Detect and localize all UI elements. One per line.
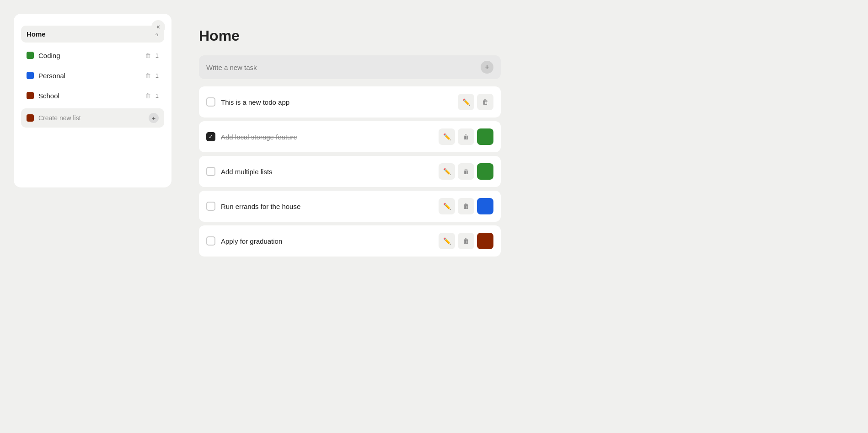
personal-color-dot xyxy=(27,72,34,79)
task-checkbox[interactable] xyxy=(206,132,215,141)
personal-trash-icon[interactable]: 🗑 xyxy=(144,71,153,80)
coding-count: 1 xyxy=(155,52,159,59)
task-actions: ✏️ 🗑 xyxy=(439,163,493,180)
task-actions: ✏️ 🗑 xyxy=(439,128,493,145)
task-checkbox[interactable] xyxy=(206,236,215,246)
sidebar-item-home[interactable]: Home 4 xyxy=(21,26,164,43)
edit-task-button[interactable]: ✏️ xyxy=(458,94,474,110)
new-list-color-dot xyxy=(27,114,34,122)
task-list-color-badge xyxy=(477,163,493,180)
delete-task-button[interactable]: 🗑 xyxy=(458,233,474,249)
coding-color-dot xyxy=(27,52,34,59)
main-content: Home + This is a new todo app ✏️ 🗑 Add l… xyxy=(171,9,859,275)
edit-icon: ✏️ xyxy=(443,203,451,210)
edit-task-button[interactable]: ✏️ xyxy=(439,163,455,180)
task-checkbox[interactable] xyxy=(206,202,215,211)
delete-task-button[interactable]: 🗑 xyxy=(458,163,474,180)
task-row: Add local storage feature ✏️ 🗑 xyxy=(199,121,501,152)
school-count: 1 xyxy=(155,92,159,99)
trash-icon: 🗑 xyxy=(463,133,469,140)
task-actions: ✏️ 🗑 xyxy=(439,233,493,249)
personal-count: 1 xyxy=(155,72,159,79)
trash-icon: 🗑 xyxy=(463,237,469,245)
edit-icon: ✏️ xyxy=(462,98,470,106)
task-row: This is a new todo app ✏️ 🗑 xyxy=(199,86,501,118)
personal-label: Personal xyxy=(38,72,144,80)
sidebar-item-coding[interactable]: Coding 🗑 1 xyxy=(21,46,164,64)
sidebar-item-school[interactable]: School 🗑 1 xyxy=(21,86,164,105)
trash-icon: 🗑 xyxy=(482,98,488,106)
close-button[interactable]: × xyxy=(151,20,165,34)
edit-task-button[interactable]: ✏️ xyxy=(439,128,455,145)
delete-task-button[interactable]: 🗑 xyxy=(458,198,474,214)
task-text: This is a new todo app xyxy=(221,98,452,106)
task-checkbox[interactable] xyxy=(206,97,215,107)
task-text: Run errands for the house xyxy=(221,203,433,210)
edit-task-button[interactable]: ✏️ xyxy=(439,198,455,214)
trash-icon: 🗑 xyxy=(463,203,469,210)
task-row: Apply for graduation ✏️ 🗑 xyxy=(199,225,501,257)
edit-icon: ✏️ xyxy=(443,133,451,140)
task-list-color-badge xyxy=(477,198,493,214)
school-color-dot xyxy=(27,92,34,99)
delete-task-button[interactable]: 🗑 xyxy=(458,128,474,145)
new-task-input[interactable] xyxy=(206,64,481,71)
sidebar-item-personal[interactable]: Personal 🗑 1 xyxy=(21,66,164,85)
sidebar-home-label: Home xyxy=(27,30,155,38)
trash-icon: 🗑 xyxy=(463,168,469,175)
school-trash-icon[interactable]: 🗑 xyxy=(144,91,153,100)
coding-label: Coding xyxy=(38,52,144,59)
create-new-list-row[interactable]: Create new list + xyxy=(21,108,164,128)
edit-icon: ✏️ xyxy=(443,237,451,245)
sidebar: × Home 4 Coding 🗑 1 Personal 🗑 1 School … xyxy=(14,14,171,187)
edit-task-button[interactable]: ✏️ xyxy=(439,233,455,249)
sidebar-list: Home 4 Coding 🗑 1 Personal 🗑 1 School 🗑 … xyxy=(21,26,164,128)
task-row: Run errands for the house ✏️ 🗑 xyxy=(199,191,501,222)
task-actions: ✏️ 🗑 xyxy=(439,198,493,214)
task-row: Add multiple lists ✏️ 🗑 xyxy=(199,156,501,187)
task-list: This is a new todo app ✏️ 🗑 Add local st… xyxy=(199,86,501,257)
task-text: Add multiple lists xyxy=(221,168,433,176)
page-title: Home xyxy=(199,27,831,44)
school-label: School xyxy=(38,92,144,100)
edit-icon: ✏️ xyxy=(443,168,451,175)
task-actions: ✏️ 🗑 xyxy=(458,94,493,110)
delete-task-button[interactable]: 🗑 xyxy=(477,94,493,110)
coding-trash-icon[interactable]: 🗑 xyxy=(144,51,153,60)
task-text: Add local storage feature xyxy=(221,133,433,141)
new-task-input-row: + xyxy=(199,55,501,79)
add-task-button[interactable]: + xyxy=(481,61,493,74)
task-list-color-badge xyxy=(477,233,493,249)
create-new-list-label: Create new list xyxy=(38,114,149,122)
task-checkbox[interactable] xyxy=(206,167,215,176)
create-new-list-plus-button[interactable]: + xyxy=(149,113,159,123)
task-text: Apply for graduation xyxy=(221,237,433,245)
task-list-color-badge xyxy=(477,128,493,145)
